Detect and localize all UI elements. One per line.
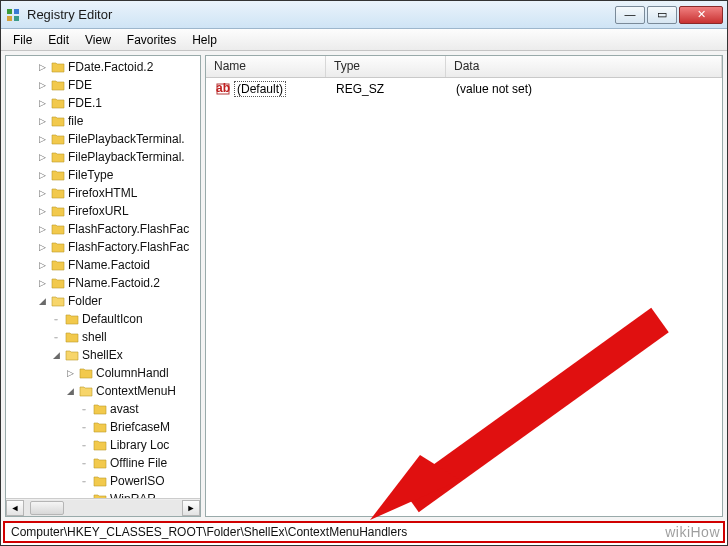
tree-item[interactable]: ····Offline File bbox=[8, 454, 200, 472]
folder-icon bbox=[51, 222, 65, 236]
value-data: (value not set) bbox=[448, 82, 720, 96]
tree-connector-icon: ···· bbox=[78, 475, 90, 487]
tree-item[interactable]: ▷FDE.1 bbox=[8, 94, 200, 112]
folder-icon bbox=[93, 402, 107, 416]
value-type: REG_SZ bbox=[328, 82, 448, 96]
tree-item[interactable]: ▷FlashFactory.FlashFac bbox=[8, 238, 200, 256]
tree-label: FilePlaybackTerminal. bbox=[68, 132, 185, 146]
tree-label: shell bbox=[82, 330, 107, 344]
scroll-left-button[interactable]: ◄ bbox=[6, 500, 24, 516]
registry-editor-window: Registry Editor — ▭ ✕ File Edit View Fav… bbox=[0, 0, 728, 546]
tree-label: FDate.Factoid.2 bbox=[68, 60, 153, 74]
tree-item[interactable]: ▷FlashFactory.FlashFac bbox=[8, 220, 200, 238]
tree-item[interactable]: ····Library Loc bbox=[8, 436, 200, 454]
close-button[interactable]: ✕ bbox=[679, 6, 723, 24]
tree-connector-icon[interactable]: ▷ bbox=[36, 79, 48, 91]
values-panel: Name Type Data ab (Default) REG_SZ (valu… bbox=[205, 55, 723, 517]
tree-connector-icon: ···· bbox=[50, 331, 62, 343]
folder-icon bbox=[51, 132, 65, 146]
tree-connector-icon[interactable]: ▷ bbox=[36, 133, 48, 145]
tree-label: FirefoxHTML bbox=[68, 186, 137, 200]
tree-label: BriefcaseM bbox=[110, 420, 170, 434]
tree-item[interactable]: ▷FileType bbox=[8, 166, 200, 184]
tree-item[interactable]: ▷FName.Factoid bbox=[8, 256, 200, 274]
col-type[interactable]: Type bbox=[326, 56, 446, 77]
tree-item[interactable]: ····PowerISO bbox=[8, 472, 200, 490]
tree-item[interactable]: ····avast bbox=[8, 400, 200, 418]
tree-item-shellex[interactable]: ◢ShellEx bbox=[8, 346, 200, 364]
tree-connector-icon[interactable]: ◢ bbox=[64, 385, 76, 397]
tree-item[interactable]: ▷FirefoxHTML bbox=[8, 184, 200, 202]
tree-label: WinRAR bbox=[110, 492, 156, 498]
tree-item[interactable]: ····DefaultIcon bbox=[8, 310, 200, 328]
menu-help[interactable]: Help bbox=[184, 31, 225, 49]
tree-connector-icon[interactable]: ▷ bbox=[36, 277, 48, 289]
folder-icon bbox=[79, 366, 93, 380]
folder-icon bbox=[51, 186, 65, 200]
tree-item[interactable]: ▷file bbox=[8, 112, 200, 130]
menu-favorites[interactable]: Favorites bbox=[119, 31, 184, 49]
tree-connector-icon[interactable]: ▷ bbox=[36, 61, 48, 73]
tree-connector-icon[interactable]: ◢ bbox=[36, 295, 48, 307]
tree-item-contextmenuhandlers[interactable]: ◢ContextMenuH bbox=[8, 382, 200, 400]
tree-item[interactable]: ▷FirefoxURL bbox=[8, 202, 200, 220]
tree-view[interactable]: ▷FDate.Factoid.2▷FDE▷FDE.1▷file▷FilePlay… bbox=[6, 56, 200, 498]
folder-icon bbox=[51, 150, 65, 164]
folder-icon bbox=[93, 456, 107, 470]
tree-connector-icon[interactable]: ◢ bbox=[50, 349, 62, 361]
tree-connector-icon[interactable]: ▷ bbox=[36, 115, 48, 127]
tree-connector-icon[interactable]: ▷ bbox=[36, 223, 48, 235]
tree-item-folder[interactable]: ◢Folder bbox=[8, 292, 200, 310]
tree-label: PowerISO bbox=[110, 474, 165, 488]
tree-connector-icon[interactable]: ▷ bbox=[64, 367, 76, 379]
minimize-button[interactable]: — bbox=[615, 6, 645, 24]
value-row[interactable]: ab (Default) REG_SZ (value not set) bbox=[208, 80, 720, 98]
scroll-track[interactable] bbox=[24, 500, 182, 516]
titlebar[interactable]: Registry Editor — ▭ ✕ bbox=[1, 1, 727, 29]
tree-item[interactable]: ▷FDate.Factoid.2 bbox=[8, 58, 200, 76]
statusbar-path: Computer\HKEY_CLASSES_ROOT\Folder\ShellE… bbox=[11, 525, 407, 539]
tree-item[interactable]: ▷FName.Factoid.2 bbox=[8, 274, 200, 292]
folder-icon bbox=[51, 78, 65, 92]
tree-connector-icon: ···· bbox=[78, 421, 90, 433]
tree-item[interactable]: ····WinRAR bbox=[8, 490, 200, 498]
tree-hscrollbar[interactable]: ◄ ► bbox=[6, 498, 200, 516]
tree-connector-icon[interactable]: ▷ bbox=[36, 169, 48, 181]
folder-icon bbox=[51, 258, 65, 272]
tree-label: FirefoxURL bbox=[68, 204, 129, 218]
list-body[interactable]: ab (Default) REG_SZ (value not set) bbox=[206, 78, 722, 100]
tree-label: FlashFactory.FlashFac bbox=[68, 222, 189, 236]
tree-connector-icon[interactable]: ▷ bbox=[36, 241, 48, 253]
col-data[interactable]: Data bbox=[446, 56, 722, 77]
tree-item[interactable]: ▷FilePlaybackTerminal. bbox=[8, 148, 200, 166]
tree-label: FileType bbox=[68, 168, 113, 182]
tree-label: avast bbox=[110, 402, 139, 416]
tree-label: file bbox=[68, 114, 83, 128]
tree-item[interactable]: ····BriefcaseM bbox=[8, 418, 200, 436]
svg-rect-2 bbox=[7, 16, 12, 21]
tree-label: Folder bbox=[68, 294, 102, 308]
tree-item[interactable]: ▷FilePlaybackTerminal. bbox=[8, 130, 200, 148]
menu-view[interactable]: View bbox=[77, 31, 119, 49]
tree-item[interactable]: ▷ColumnHandl bbox=[8, 364, 200, 382]
svg-rect-1 bbox=[14, 9, 19, 14]
tree-connector-icon: ···· bbox=[78, 457, 90, 469]
scroll-right-button[interactable]: ► bbox=[182, 500, 200, 516]
tree-connector-icon[interactable]: ▷ bbox=[36, 187, 48, 199]
tree-panel: ▷FDate.Factoid.2▷FDE▷FDE.1▷file▷FilePlay… bbox=[5, 55, 201, 517]
folder-icon bbox=[51, 60, 65, 74]
app-icon bbox=[5, 7, 21, 23]
tree-connector-icon[interactable]: ▷ bbox=[36, 97, 48, 109]
tree-connector-icon[interactable]: ▷ bbox=[36, 151, 48, 163]
scroll-thumb[interactable] bbox=[30, 501, 64, 515]
tree-item[interactable]: ····shell bbox=[8, 328, 200, 346]
menu-edit[interactable]: Edit bbox=[40, 31, 77, 49]
tree-connector-icon: ···· bbox=[78, 493, 90, 498]
tree-connector-icon[interactable]: ▷ bbox=[36, 205, 48, 217]
tree-connector-icon[interactable]: ▷ bbox=[36, 259, 48, 271]
tree-item[interactable]: ▷FDE bbox=[8, 76, 200, 94]
menu-file[interactable]: File bbox=[5, 31, 40, 49]
tree-label: FDE bbox=[68, 78, 92, 92]
col-name[interactable]: Name bbox=[206, 56, 326, 77]
maximize-button[interactable]: ▭ bbox=[647, 6, 677, 24]
